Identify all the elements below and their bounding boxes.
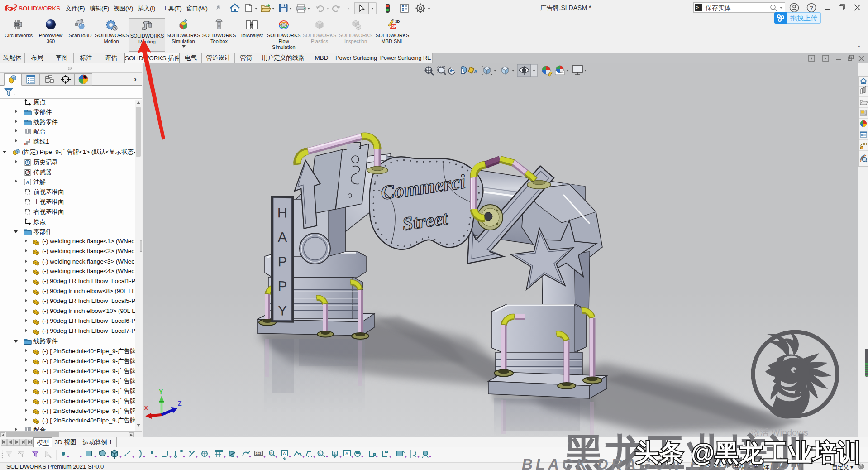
svg-text:3D: 3D [395, 19, 400, 24]
svg-text:X: X [144, 404, 148, 412]
svg-text:103: 103 [256, 452, 261, 455]
svg-text:A: A [345, 451, 348, 456]
svg-text:Z: Z [178, 400, 182, 407]
svg-text:PDF: PDF [390, 25, 396, 28]
svg-text:?: ? [810, 5, 813, 11]
svg-text:N: N [270, 451, 272, 455]
svg-text:A: A [283, 451, 286, 456]
svg-text:Y: Y [159, 388, 163, 395]
svg-text:A: A [278, 229, 287, 245]
svg-text:A: A [319, 452, 321, 455]
svg-text:H: H [277, 205, 287, 221]
svg-text:P: P [278, 254, 287, 269]
svg-text:P: P [278, 278, 287, 294]
svg-text:CW: CW [17, 23, 21, 26]
svg-text:Y: Y [278, 302, 287, 318]
svg-text:A: A [474, 69, 477, 74]
svg-text:SOLIDWORKS: SOLIDWORKS [19, 5, 60, 12]
svg-text:头条 @黑龙工业培训: 头条 @黑龙工业培训 [635, 439, 861, 466]
